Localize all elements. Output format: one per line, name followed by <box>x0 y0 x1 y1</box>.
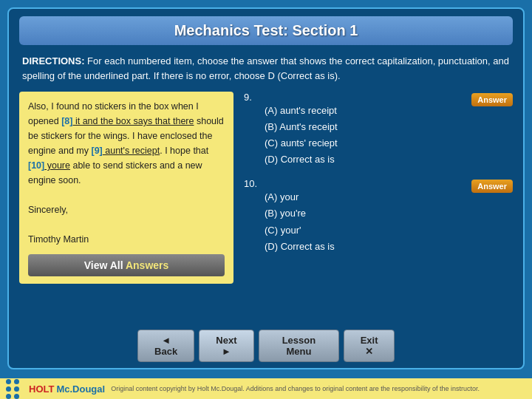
answer-button-9[interactable]: Answer <box>471 93 513 106</box>
view-all-button[interactable]: View All Answers <box>28 254 225 276</box>
logo-holt: HOLT <box>29 383 54 395</box>
question-9: 9. (A) aunt's receipt (B) Aunt's receipt… <box>244 92 513 168</box>
q9-options: (A) aunt's receipt (B) Aunt's receipt (C… <box>265 103 338 168</box>
exit-button[interactable]: Exit ✕ <box>344 330 395 362</box>
underline-1: it and the box says that there <box>72 116 194 126</box>
underline-2: aunt's reciept <box>103 146 160 156</box>
logo: HOLT Mc.Dougal <box>29 383 105 395</box>
directions-text: For each numbered item, choose the answe… <box>22 55 509 81</box>
q10-number: 10. <box>244 178 257 189</box>
main-container: Mechanics Test: Section 1 DIRECTIONS: Fo… <box>7 7 525 369</box>
ref8: [8] <box>61 116 72 126</box>
q9-optB: (B) Aunt's receipt <box>265 119 338 135</box>
lesson-menu-button[interactable]: Lesson Menu <box>259 330 339 362</box>
title-bar: Mechanics Test: Section 1 <box>19 16 513 45</box>
next-button[interactable]: Next ► <box>199 330 254 362</box>
closing: Sincerely, <box>28 205 68 215</box>
q9-optD: (D) Correct as is <box>265 151 338 168</box>
letter-name: Timothy Martin <box>28 234 89 245</box>
content-row: Also, I found no stickers in the box whe… <box>19 92 513 284</box>
directions: DIRECTIONS: For each numbered item, choo… <box>19 54 513 83</box>
copyright-text: Original content copyright by Holt Mc.Do… <box>111 385 526 392</box>
question-10: 10. (A) your (B) you're (C) your' (D) Co… <box>244 178 513 254</box>
answer-button-10[interactable]: Answer <box>471 180 513 193</box>
q10-optA: (A) your <box>265 189 335 205</box>
letter-box: Also, I found no stickers in the box whe… <box>19 92 233 284</box>
questions-panel: 9. (A) aunt's receipt (B) Aunt's receipt… <box>244 92 513 265</box>
letter-text-3: . I hope that <box>160 146 208 156</box>
nav-bar: ◄ Back Next ► Lesson Menu Exit ✕ <box>137 330 395 362</box>
page-title: Mechanics Test: Section 1 <box>19 22 513 39</box>
dots-icon <box>6 379 20 399</box>
bottom-bar: HOLT Mc.Dougal Original content copyrigh… <box>0 378 532 399</box>
q9-optC: (C) aunts' reciept <box>265 135 338 151</box>
ref9: [9] <box>91 146 102 156</box>
directions-label: DIRECTIONS: <box>22 55 85 66</box>
q9-optA: (A) aunt's receipt <box>265 103 338 119</box>
underline-3: youre <box>44 160 70 171</box>
q9-number: 9. <box>244 92 252 103</box>
q10-options: (A) your (B) you're (C) your' (D) Correc… <box>265 189 335 254</box>
q10-optB: (B) you're <box>265 205 335 222</box>
back-button[interactable]: ◄ Back <box>137 330 194 362</box>
q10-optC: (C) your' <box>265 222 335 239</box>
ref10: [10] <box>28 160 44 171</box>
logo-mc: Mc.Dougal <box>56 383 105 395</box>
q10-optD: (D) Correct as is <box>265 239 335 255</box>
